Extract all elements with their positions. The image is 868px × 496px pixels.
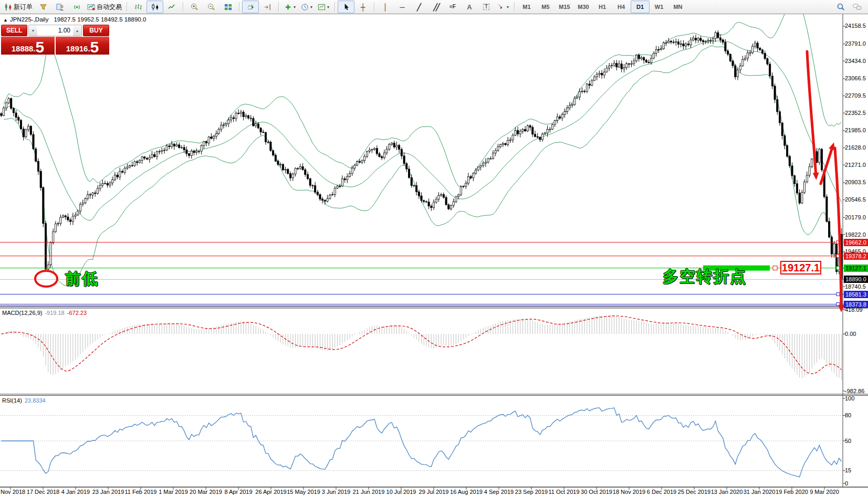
candle-body (297, 168, 299, 169)
prev-low-circle[interactable] (35, 271, 57, 287)
search-button[interactable] (832, 1, 849, 13)
bar-chart-button[interactable] (130, 1, 147, 13)
volume-increase-button[interactable]: ▲ (73, 25, 81, 36)
tab-h4[interactable]: H4 (612, 1, 631, 13)
candle-body (85, 198, 86, 203)
candle-body (277, 161, 279, 165)
tab-mn[interactable]: MN (668, 1, 687, 13)
tile-windows-button[interactable] (219, 1, 236, 13)
candle-body (403, 156, 405, 164)
tab-w1[interactable]: W1 (650, 1, 668, 13)
funnel-button[interactable] (35, 1, 51, 13)
candle-body (670, 41, 672, 42)
templates-button[interactable]: ▾ (315, 1, 332, 13)
turning-point-annotation[interactable]: 多空转折点 (663, 269, 747, 284)
vertical-line-button[interactable]: │ (377, 1, 394, 13)
candle-body (507, 140, 509, 144)
buy-button[interactable]: BUY (83, 25, 109, 36)
text-button[interactable]: A (461, 1, 478, 13)
chevron-down-icon: ▾ (327, 5, 329, 9)
new-order-button[interactable]: 新订单 (2, 1, 35, 13)
volume-input[interactable]: 1.00 (37, 25, 73, 36)
line-anchor-handle[interactable] (836, 303, 840, 306)
candle-body (305, 170, 306, 174)
candle-body (467, 177, 469, 184)
candle-body (50, 243, 51, 265)
candle-body (369, 150, 370, 152)
candle-body (386, 149, 388, 153)
cursor-button[interactable] (338, 1, 354, 13)
arrows-tool-button[interactable]: ▾ (495, 1, 511, 13)
tab-m5[interactable]: M5 (536, 1, 555, 13)
tab-h1[interactable]: H1 (593, 1, 612, 13)
tab-d1[interactable]: D1 (631, 1, 650, 13)
candle-body (233, 118, 234, 119)
label-anchor-handle[interactable] (773, 266, 777, 270)
tab-m1[interactable]: M1 (517, 1, 536, 13)
market-watch-button[interactable] (51, 1, 68, 13)
candle-body (458, 195, 459, 197)
chart-canvas[interactable] (0, 0, 868, 496)
horizontal-line-button[interactable]: ─ (394, 1, 411, 13)
auto-trading-button[interactable]: 自动交易 (85, 1, 124, 13)
candle-body (683, 44, 684, 46)
periods-button[interactable]: ▾ (298, 1, 315, 13)
auto-scroll-button[interactable] (242, 1, 259, 13)
trend-arrow[interactable] (835, 148, 841, 309)
chat-icon (853, 3, 862, 11)
candle-body (445, 197, 447, 205)
chart-shift-button[interactable] (259, 1, 276, 13)
tab-m15[interactable]: M15 (555, 1, 574, 13)
prev-low-annotation[interactable]: 前低 (65, 271, 99, 287)
candle-body (183, 147, 185, 150)
line-anchor-handle[interactable] (836, 293, 840, 296)
candle-body (529, 125, 531, 127)
candle-body (250, 118, 252, 119)
candle-body (784, 135, 786, 145)
candle-body (453, 202, 454, 205)
candle-body (487, 159, 489, 162)
indicators-button[interactable]: ▾ (281, 1, 298, 13)
collapse-icon[interactable]: ▲ (3, 17, 8, 23)
candle-body (581, 91, 583, 92)
tab-m30[interactable]: M30 (574, 1, 593, 13)
candle-body (344, 179, 346, 180)
indicators-icon (284, 3, 292, 11)
text-label-button[interactable]: T (478, 1, 495, 13)
candle-body (357, 162, 358, 165)
candle-body (282, 164, 284, 170)
line-chart-button[interactable] (163, 1, 180, 13)
candle-body (542, 134, 543, 140)
candle-body (539, 137, 541, 140)
toolbar-separator (183, 2, 183, 12)
candle-body (438, 195, 440, 199)
fibonacci-button[interactable]: ≡F (444, 1, 461, 13)
buy-price-panel[interactable]: 18916.5 (56, 37, 109, 55)
sell-price-panel[interactable]: 18888.5 (1, 37, 55, 55)
crosshair-button[interactable]: ┼ (354, 1, 371, 13)
candle-body (806, 175, 808, 182)
candlestick-chart-button[interactable] (147, 1, 163, 13)
channel-button[interactable]: ╱╱ (427, 1, 444, 13)
candle-body (376, 149, 378, 154)
zoom-out-button[interactable] (203, 1, 219, 13)
candle-body (198, 151, 200, 152)
candle-body (596, 75, 598, 77)
trend-arrow[interactable] (807, 51, 816, 176)
trendline-button[interactable]: ╱ (411, 1, 427, 13)
toolbar-separator (127, 2, 127, 12)
auto-trading-label: 自动交易 (97, 3, 122, 12)
level-price-label[interactable]: 19127.1 (780, 261, 821, 275)
candle-body (685, 44, 687, 46)
signal-button[interactable] (68, 1, 85, 13)
candle-body (5, 103, 7, 108)
candle-body (739, 66, 741, 70)
market-watch-icon (56, 3, 64, 11)
candle-body (270, 142, 271, 151)
zoom-in-button[interactable] (186, 1, 203, 13)
volume-decrease-button[interactable]: ▼ (29, 25, 37, 36)
sell-button[interactable]: SELL (1, 25, 27, 36)
chat-button[interactable] (849, 1, 866, 13)
line-anchor-handle[interactable] (836, 267, 840, 270)
candle-body (455, 197, 457, 202)
